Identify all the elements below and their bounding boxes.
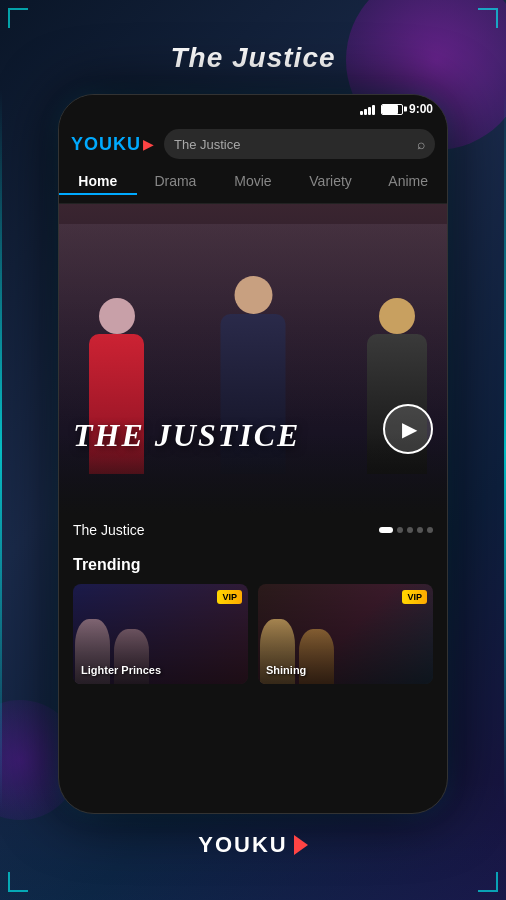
tab-drama[interactable]: Drama bbox=[137, 169, 215, 195]
dot-4 bbox=[417, 527, 423, 533]
battery-icon bbox=[381, 104, 403, 115]
dot-1 bbox=[379, 527, 393, 533]
play-icon: ▶ bbox=[402, 417, 417, 441]
signal-bar-2 bbox=[364, 109, 367, 115]
dot-5 bbox=[427, 527, 433, 533]
cyan-border-left bbox=[0, 90, 2, 810]
corner-decoration-tl bbox=[8, 8, 28, 28]
banner-info: The Justice bbox=[59, 514, 447, 546]
page-title: The Justice bbox=[170, 42, 335, 74]
trending-title: Trending bbox=[73, 556, 433, 574]
dot-2 bbox=[397, 527, 403, 533]
bottom-brand-bar: YOUKU bbox=[198, 832, 307, 858]
youku-logo-text: YOUKU bbox=[71, 134, 141, 155]
bottom-youku-arrow-icon bbox=[294, 835, 308, 855]
vip-badge-2: VIP bbox=[402, 590, 427, 604]
corner-decoration-bl bbox=[8, 872, 28, 892]
trending-grid: VIP Lighter Princes VIP Shining bbox=[73, 584, 433, 684]
trending-card-2[interactable]: VIP Shining bbox=[258, 584, 433, 684]
signal-bar-3 bbox=[368, 107, 371, 115]
dot-3 bbox=[407, 527, 413, 533]
signal-bar-1 bbox=[360, 111, 363, 115]
status-time: 9:00 bbox=[409, 102, 433, 116]
corner-decoration-tr bbox=[478, 8, 498, 28]
app-header: YOUKU ▶ The Justice ⌕ bbox=[59, 123, 447, 165]
tab-anime[interactable]: Anime bbox=[369, 169, 447, 195]
phone-frame: 9:00 YOUKU ▶ The Justice ⌕ Home Drama Mo… bbox=[58, 94, 448, 814]
battery-fill bbox=[382, 105, 398, 114]
vip-badge-1: VIP bbox=[217, 590, 242, 604]
youku-logo[interactable]: YOUKU ▶ bbox=[71, 134, 154, 155]
status-bar: 9:00 bbox=[59, 95, 447, 123]
card-title-1: Lighter Princes bbox=[81, 664, 161, 676]
search-bar[interactable]: The Justice ⌕ bbox=[164, 129, 435, 159]
youku-arrow-icon: ▶ bbox=[143, 136, 154, 152]
dot-indicators bbox=[379, 527, 433, 533]
card-title-2: Shining bbox=[266, 664, 306, 676]
head-left bbox=[99, 298, 135, 334]
signal-icon bbox=[360, 103, 375, 115]
corner-decoration-br bbox=[478, 872, 498, 892]
hero-banner: THE JUSTICE ▶ bbox=[59, 204, 447, 514]
head-right bbox=[379, 298, 415, 334]
hero-title-text: THE JUSTICE bbox=[73, 417, 300, 453]
search-text: The Justice bbox=[174, 137, 240, 152]
tab-movie[interactable]: Movie bbox=[214, 169, 292, 195]
nav-tabs: Home Drama Movie Variety Anime bbox=[59, 165, 447, 204]
banner-title: The Justice bbox=[73, 522, 145, 538]
trending-section: Trending VIP Lighter Princes VIP bbox=[59, 546, 447, 694]
trending-card-1[interactable]: VIP Lighter Princes bbox=[73, 584, 248, 684]
tab-home[interactable]: Home bbox=[59, 169, 137, 195]
hero-image bbox=[59, 204, 447, 514]
search-icon[interactable]: ⌕ bbox=[417, 136, 425, 152]
head-center bbox=[234, 276, 272, 314]
signal-bar-4 bbox=[372, 105, 375, 115]
play-button[interactable]: ▶ bbox=[383, 404, 433, 454]
hero-title-overlay: THE JUSTICE bbox=[73, 417, 433, 454]
bottom-youku-text: YOUKU bbox=[198, 832, 287, 858]
tab-variety[interactable]: Variety bbox=[292, 169, 370, 195]
